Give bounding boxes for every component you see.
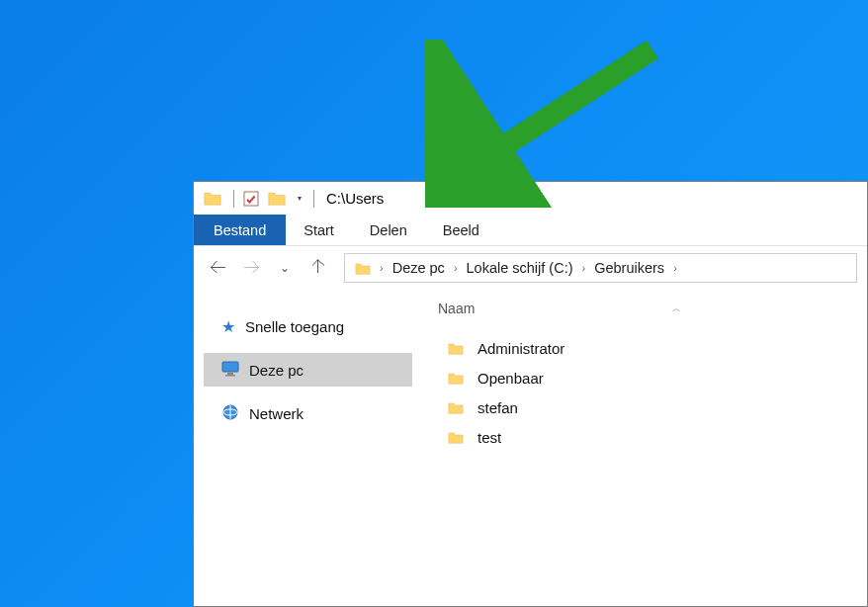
folder-label: Administrator — [477, 340, 564, 357]
chevron-right-icon[interactable]: › — [579, 262, 589, 274]
file-list: Administrator Openbaar stefan test — [424, 333, 859, 452]
breadcrumb-segment[interactable]: Deze pc — [387, 254, 451, 282]
back-button[interactable]: 🡠 — [204, 254, 231, 282]
navigation-pane: ★ Snelle toegang Deze pc — [194, 290, 416, 606]
breadcrumb-segment[interactable]: Lokale schijf (C:) — [461, 254, 579, 282]
new-folder-icon[interactable] — [266, 188, 288, 210]
folder-icon — [448, 401, 464, 414]
chevron-right-icon[interactable]: › — [377, 262, 387, 274]
sidebar-item-this-pc[interactable]: Deze pc — [204, 353, 412, 387]
folder-label: stefan — [477, 399, 518, 416]
folder-item[interactable]: Openbaar — [424, 363, 859, 392]
star-icon: ★ — [221, 317, 235, 336]
navbar: 🡠 🡢 ⌄ 🡡 › Deze pc › Lokale schijf (C:) ›… — [194, 246, 867, 290]
ribbon-tabs: Bestand Start Delen Beeld — [194, 215, 867, 246]
folder-icon — [448, 372, 464, 385]
chevron-right-icon[interactable]: › — [670, 262, 680, 274]
tab-home[interactable]: Start — [286, 215, 352, 245]
tab-file[interactable]: Bestand — [194, 215, 286, 245]
qat-dropdown[interactable]: ▾ — [292, 194, 307, 203]
svg-rect-2 — [227, 373, 233, 375]
up-button[interactable]: 🡡 — [304, 254, 332, 282]
window-title: C:\Users — [326, 190, 384, 207]
address-bar[interactable]: › Deze pc › Lokale schijf (C:) › Gebruik… — [344, 253, 857, 283]
explorer-body: ★ Snelle toegang Deze pc — [194, 290, 867, 606]
folder-item[interactable]: Administrator — [424, 333, 859, 363]
breadcrumb-segment[interactable]: Gebruikers — [588, 254, 670, 282]
forward-button[interactable]: 🡢 — [237, 254, 265, 282]
separator — [233, 190, 234, 208]
breadcrumb-root-icon[interactable] — [349, 254, 377, 282]
folder-icon — [448, 431, 464, 444]
column-name-label: Naam — [438, 301, 475, 316]
sidebar-item-label: Snelle toegang — [245, 318, 344, 335]
content-pane: Naam ︿ Administrator Openbaar stefan — [416, 290, 867, 606]
chevron-right-icon[interactable]: › — [451, 262, 461, 274]
folder-item[interactable]: test — [424, 422, 859, 452]
svg-rect-1 — [222, 362, 238, 372]
folder-item[interactable]: stefan — [424, 392, 859, 422]
svg-rect-0 — [244, 192, 258, 206]
folder-icon — [448, 342, 464, 355]
sidebar-item-label: Netwerk — [249, 405, 304, 422]
svg-line-8 — [455, 49, 652, 178]
history-dropdown[interactable]: ⌄ — [271, 254, 299, 282]
explorer-window: ▾ C:\Users Bestand Start Delen Beeld 🡠 🡢… — [193, 181, 868, 607]
folder-icon[interactable] — [202, 188, 223, 210]
separator — [313, 190, 314, 208]
properties-icon[interactable] — [240, 188, 262, 210]
tab-share[interactable]: Delen — [352, 215, 425, 245]
folder-label: test — [477, 429, 501, 446]
tab-view[interactable]: Beeld — [425, 215, 497, 245]
sort-indicator-icon: ︿ — [672, 303, 681, 315]
sidebar-item-label: Deze pc — [249, 362, 304, 379]
column-header[interactable]: Naam ︿ — [424, 296, 859, 321]
svg-rect-3 — [225, 375, 235, 377]
network-icon — [221, 404, 239, 423]
monitor-icon — [221, 361, 239, 380]
titlebar: ▾ C:\Users — [194, 182, 867, 215]
sidebar-item-quick-access[interactable]: ★ Snelle toegang — [204, 309, 412, 343]
folder-label: Openbaar — [477, 370, 544, 387]
sidebar-item-network[interactable]: Netwerk — [204, 396, 412, 430]
